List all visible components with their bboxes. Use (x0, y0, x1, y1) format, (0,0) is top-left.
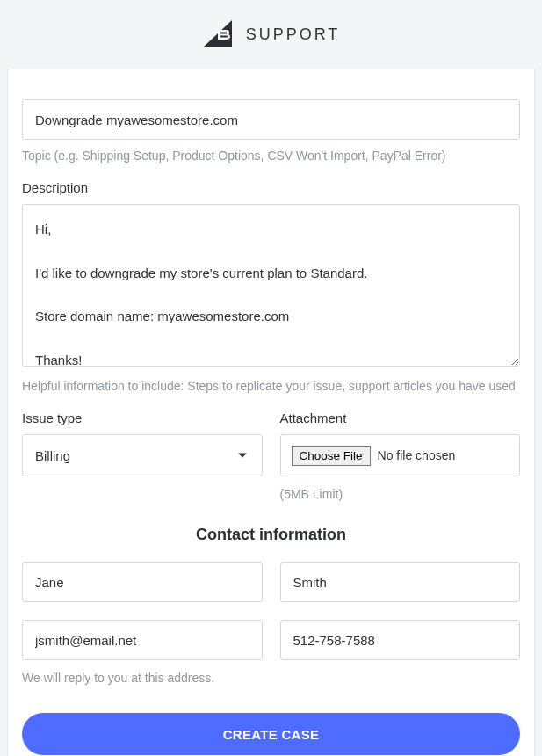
issue-type-section: Issue type Billing (22, 411, 263, 501)
issue-attachment-row: Issue type Billing Attachment Choose Fil… (22, 411, 520, 501)
attachment-label: Attachment (280, 411, 521, 425)
bigcommerce-logo-icon (202, 18, 234, 50)
attachment-section: Attachment Choose File No file chosen (5… (280, 411, 521, 501)
contact-name-row (22, 562, 520, 602)
support-form-card: Topic (e.g. Shipping Setup, Product Opti… (7, 69, 535, 756)
create-case-button[interactable]: CREATE CASE (22, 713, 520, 755)
attachment-status-text: No file chosen (378, 448, 456, 462)
description-textarea[interactable]: Hi, I'd like to downgrade my store's cur… (22, 204, 520, 367)
description-section: Description Hi, I'd like to downgrade my… (22, 180, 520, 393)
first-name-input[interactable] (22, 562, 263, 602)
issue-type-select[interactable]: Billing (22, 434, 263, 476)
email-input[interactable] (22, 620, 263, 660)
topic-helper-text: Topic (e.g. Shipping Setup, Product Opti… (22, 149, 520, 163)
app-header: SUPPORT (0, 0, 542, 69)
attachment-box: Choose File No file chosen (280, 434, 521, 476)
description-label: Description (22, 180, 520, 195)
brand-logo (202, 18, 234, 50)
contact-heading: Contact information (22, 526, 520, 544)
description-helper-text: Helpful information to include: Steps to… (22, 379, 520, 393)
app-title: SUPPORT (246, 25, 341, 44)
topic-section: Topic (e.g. Shipping Setup, Product Opti… (22, 99, 520, 163)
contact-helper-text: We will reply to you at this address. (22, 671, 520, 685)
topic-input[interactable] (22, 99, 520, 140)
contact-details-row (22, 620, 520, 660)
phone-input[interactable] (280, 620, 521, 660)
issue-type-label: Issue type (22, 411, 263, 425)
choose-file-button[interactable]: Choose File (292, 446, 371, 466)
last-name-input[interactable] (280, 562, 521, 602)
issue-type-select-wrap: Billing (22, 434, 263, 476)
attachment-limit-text: (5MB Limit) (280, 487, 521, 501)
